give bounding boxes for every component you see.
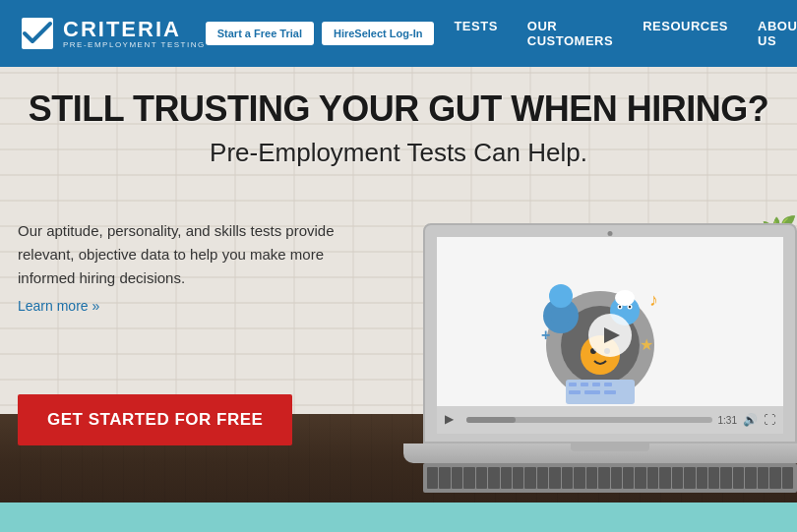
laptop-base (403, 443, 797, 463)
play-icon[interactable]: ▶ (445, 412, 460, 428)
video-progress-fill (466, 417, 516, 423)
svg-point-6 (549, 284, 573, 308)
laptop: ♪ + ★ (403, 223, 797, 493)
hero-section: STILL TRUSTING YOUR GUT WHEN HIRING? Pre… (0, 67, 797, 532)
nav-resources[interactable]: RESOURCES (643, 19, 728, 48)
video-play-button[interactable] (588, 314, 632, 357)
free-trial-button[interactable]: Start a Free Trial (206, 22, 314, 45)
svg-rect-25 (604, 383, 612, 386)
svg-rect-7 (551, 308, 571, 323)
svg-rect-27 (584, 390, 600, 394)
laptop-keyboard (423, 463, 797, 493)
video-illustration: ♪ + ★ (437, 237, 783, 434)
video-time: 1:31 (718, 415, 737, 426)
svg-rect-23 (581, 383, 588, 386)
hero-subheadline: Pre-Employment Tests Can Help. (0, 138, 797, 168)
header-buttons: Start a Free Trial HireSelect Log-In (206, 22, 435, 45)
get-started-button[interactable]: GET STARTED FOR FREE (18, 394, 292, 445)
logo-icon (20, 16, 55, 51)
svg-text:♪: ♪ (649, 290, 658, 310)
header: CRITERIA PRE-EMPLOYMENT TESTING Start a … (0, 0, 797, 67)
laptop-screen-area: ♪ + ★ (423, 223, 797, 443)
svg-text:★: ★ (640, 336, 653, 353)
svg-rect-22 (569, 383, 577, 386)
nav-tests[interactable]: TESTS (454, 19, 497, 48)
video-progress[interactable] (466, 417, 712, 423)
svg-point-14 (619, 306, 621, 308)
play-triangle-icon (604, 327, 620, 343)
hero-description: Our aptitude, personality, and skills te… (18, 219, 362, 290)
laptop-hinge (571, 443, 649, 451)
svg-rect-17 (617, 296, 633, 301)
video-controls: ▶ 1:31 🔊 ⛶ (437, 406, 783, 434)
nav-our-customers[interactable]: OUR CUSTOMERS (527, 19, 613, 48)
nav-about-us[interactable]: ABOUT US (758, 19, 797, 48)
logo-title: CRITERIA (63, 19, 206, 40)
svg-point-15 (629, 306, 631, 308)
svg-rect-24 (592, 383, 600, 386)
hero-headline: STILL TRUSTING YOUR GUT WHEN HIRING? (0, 89, 797, 130)
svg-rect-28 (604, 390, 616, 394)
volume-icon[interactable]: 🔊 (743, 413, 758, 427)
teal-strip (0, 502, 797, 532)
logo: CRITERIA PRE-EMPLOYMENT TESTING (20, 16, 206, 51)
main-nav: TESTS OUR CUSTOMERS RESOURCES ABOUT US (454, 19, 797, 48)
hero-text-block: Our aptitude, personality, and skills te… (18, 219, 362, 314)
fullscreen-icon[interactable]: ⛶ (764, 413, 775, 427)
camera-dot (608, 231, 613, 236)
logo-text: CRITERIA PRE-EMPLOYMENT TESTING (63, 19, 206, 49)
svg-text:+: + (541, 326, 550, 343)
hireselect-login-button[interactable]: HireSelect Log-In (322, 22, 434, 45)
logo-subtitle: PRE-EMPLOYMENT TESTING (63, 40, 206, 49)
learn-more-link[interactable]: Learn more » (18, 298, 362, 314)
laptop-screen: ♪ + ★ (437, 237, 783, 434)
svg-rect-26 (569, 390, 581, 394)
